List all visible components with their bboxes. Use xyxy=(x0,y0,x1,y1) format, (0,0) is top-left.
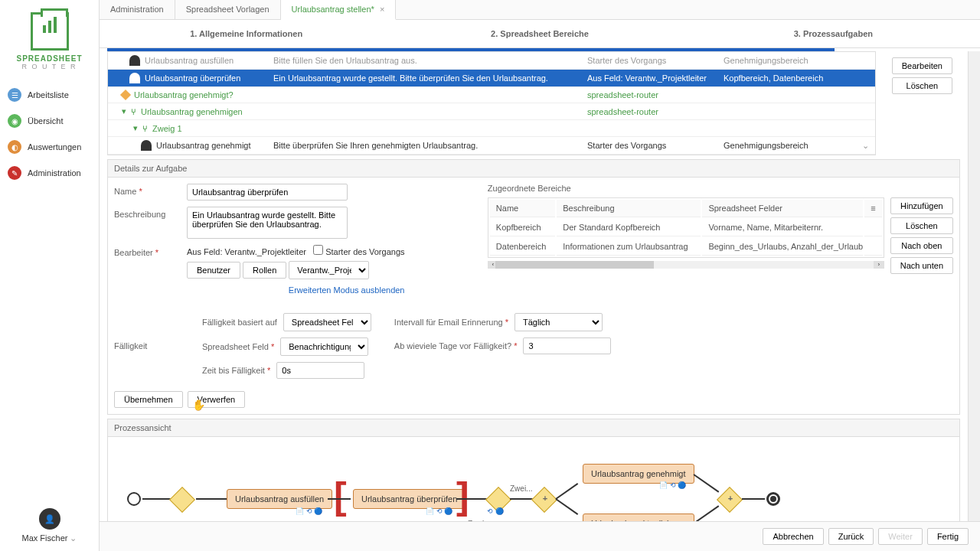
report-icon: ◐ xyxy=(8,140,21,154)
zeit-input[interactable] xyxy=(276,362,364,379)
name-label: Name xyxy=(114,184,179,196)
branch-icon: ⑂ xyxy=(131,107,136,116)
task-row[interactable]: ▾⑂Zweig 1 xyxy=(108,120,875,137)
footer: Abbrechen Zurück Weiter Fertig xyxy=(100,521,980,551)
task-row[interactable]: Urlaubsantrag ausfüllenBitte füllen Sie … xyxy=(108,52,875,70)
loeschen-button[interactable]: Löschen xyxy=(892,77,952,94)
overview-icon: ◉ xyxy=(8,114,21,128)
user-area[interactable]: 👤 Max Fischer ⌄ xyxy=(0,500,99,551)
down-button[interactable]: Nach unten xyxy=(890,257,953,274)
step-1[interactable]: 1. Allgemeine Informationen xyxy=(100,26,393,41)
name-input[interactable] xyxy=(187,184,348,201)
bearbeiten-button[interactable]: Bearbeiten xyxy=(892,57,952,74)
cursor-icon: ✋ xyxy=(192,399,205,416)
branch-icon: ⑂ xyxy=(142,124,148,133)
table-row[interactable]: DatenbereichInformationen zum Urlaubsant… xyxy=(490,238,882,256)
v-scrollbar[interactable] xyxy=(968,51,980,521)
add-button[interactable]: Hinzufügen xyxy=(890,197,953,214)
bpmn-diagram[interactable]: Urlaubsantrag ausfüllen 📄 ⟲ 🔵 [ Urlaubsa… xyxy=(108,437,959,521)
task-row[interactable]: Urlaubsantrag genehmigtBitte überprüfen … xyxy=(108,137,875,155)
person-icon xyxy=(129,73,140,83)
step-3[interactable]: 3. Prozessaufgaben xyxy=(687,26,980,41)
tage-label: Ab wieviele Tage vor Fälligkeit? xyxy=(394,341,518,350)
parallel-gateway xyxy=(717,487,743,513)
avatar-icon: 👤 xyxy=(39,508,60,530)
tage-input[interactable] xyxy=(523,337,611,354)
zeit-label: Zeit bis Fälligkeit xyxy=(202,366,270,375)
task-row[interactable]: Urlaubsantrag genehmigt?spreadsheet-rout… xyxy=(108,87,875,103)
task-table: Urlaubsantrag ausfüllenBitte füllen Sie … xyxy=(107,51,876,155)
process-panel: Prozessansicht Urlaubsantrag ausfüllen 📄… xyxy=(107,419,960,521)
process-header: Prozessansicht xyxy=(108,419,959,437)
gateway xyxy=(169,487,195,513)
areas-header: Zugeordnete Bereiche xyxy=(488,184,953,193)
chevron-down-icon[interactable]: ⌄ xyxy=(862,141,869,151)
nav-uebersicht[interactable]: ◉Übersicht xyxy=(0,108,99,134)
task-node-selected[interactable]: Urlaubsantrag überprüfen xyxy=(353,489,466,509)
task-node[interactable]: Urlaubsplan aktualisieren xyxy=(583,514,694,521)
person-icon xyxy=(141,140,152,151)
nav-auswertungen[interactable]: ◐Auswertungen xyxy=(0,134,99,160)
desc-input[interactable]: Ein Urlaubsantrag wurde gestellt. Bitte … xyxy=(187,207,348,239)
details-panel: Details zur Aufgabe Name BeschreibungEin… xyxy=(107,159,960,415)
end-event xyxy=(766,492,780,506)
delete-area-button[interactable]: Löschen xyxy=(890,217,953,234)
close-icon[interactable]: × xyxy=(380,5,384,14)
tab-bar: Administration Spreadsheet Vorlagen Urla… xyxy=(100,0,980,20)
diamond-icon xyxy=(120,90,131,100)
start-event xyxy=(127,492,141,506)
parallel-gateway xyxy=(531,487,557,513)
task-node[interactable]: Urlaubsantrag ausfüllen xyxy=(227,489,332,509)
back-button[interactable]: Zurück xyxy=(828,528,874,545)
feld-label: Spreadsheet Feld xyxy=(202,342,274,351)
admin-icon: ✎ xyxy=(8,166,21,180)
apply-button[interactable]: Übernehmen xyxy=(114,391,183,408)
adv-mode-link[interactable]: Erweiterten Modus ausblenden xyxy=(289,285,405,295)
list-icon: ☰ xyxy=(8,88,21,102)
task-row-selected[interactable]: Urlaubsantrag überprüfenEin Urlaubsantra… xyxy=(108,70,875,87)
tab-administration[interactable]: Administration xyxy=(100,0,175,19)
verantw-select[interactable]: Verantw._Projektleiter xyxy=(289,261,369,279)
next-button[interactable]: Weiter xyxy=(878,528,923,545)
desc-label: Beschreibung xyxy=(114,207,179,219)
tab-vorlagen[interactable]: Spreadsheet Vorlagen xyxy=(175,0,281,19)
up-button[interactable]: Nach oben xyxy=(890,237,953,254)
intervall-label: Intervall für Email Erinnerung xyxy=(394,318,508,327)
nav-arbeitsliste[interactable]: ☰Arbeitsliste xyxy=(0,82,99,108)
benutzer-button[interactable]: Benutzer xyxy=(187,262,240,279)
h-scrollbar[interactable]: ‹› xyxy=(488,261,884,269)
table-row[interactable]: KopfbereichDer Standard KopfbereichVorna… xyxy=(490,219,882,236)
faelligkeit-section: Fälligkeit xyxy=(114,341,147,350)
starter-checkbox[interactable] xyxy=(313,245,323,255)
bearbeiter-label: Bearbeiter xyxy=(114,245,179,257)
basiert-select[interactable]: Spreadsheet Feld xyxy=(283,313,371,331)
wizard-steps: 1. Allgemeine Informationen 2. Spreadshe… xyxy=(100,20,980,48)
logo: SPREADSHEET R O U T E R xyxy=(0,6,99,82)
step-2[interactable]: 2. Spreadsheet Bereiche xyxy=(393,26,686,41)
sidebar: SPREADSHEET R O U T E R ☰Arbeitsliste ◉Ü… xyxy=(0,0,100,551)
basiert-label: Fälligkeit basiert auf xyxy=(202,318,277,327)
collapse-icon[interactable]: ▾ xyxy=(122,106,126,116)
done-button[interactable]: Fertig xyxy=(927,528,969,545)
tab-urlaubsantrag[interactable]: Urlaubsantrag stellen* × xyxy=(281,0,397,20)
areas-table: NameBeschreibungSpreadsheet Felder≡ Kopf… xyxy=(488,197,884,258)
rollen-button[interactable]: Rollen xyxy=(243,262,286,279)
person-icon xyxy=(129,55,140,66)
collapse-icon[interactable]: ▾ xyxy=(133,123,138,133)
details-header: Details zur Aufgabe xyxy=(108,160,959,178)
cancel-button[interactable]: Abbrechen xyxy=(763,528,823,545)
user-name: Max Fischer xyxy=(22,533,68,543)
task-row[interactable]: ▾⑂Urlaubsantrag genehmigenspreadsheet-ro… xyxy=(108,103,875,120)
intervall-select[interactable]: Täglich xyxy=(514,313,603,331)
nav-administration[interactable]: ✎Administration xyxy=(0,160,99,186)
feld-select[interactable]: Benachrichtigung_bis xyxy=(280,337,368,356)
